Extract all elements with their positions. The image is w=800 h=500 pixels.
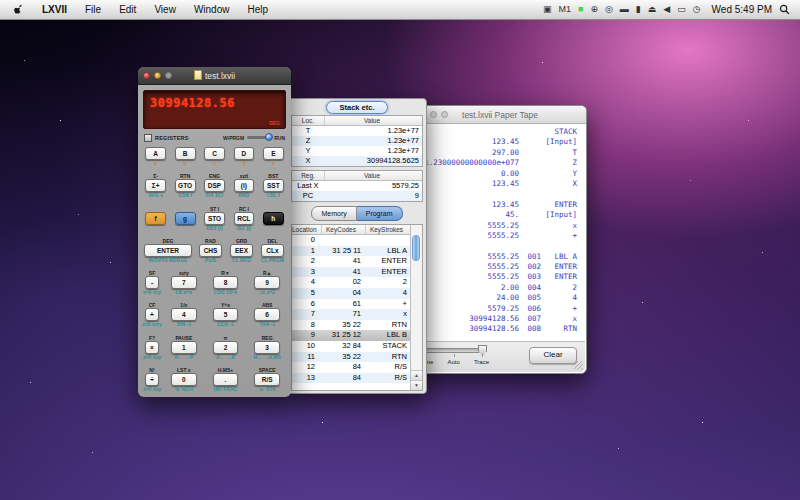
- calc-key-key[interactable]: -: [145, 276, 159, 289]
- calc-key-f[interactable]: f: [145, 212, 166, 225]
- calc-key-rcl[interactable]: RCL: [234, 212, 255, 225]
- memory-program-tabs: MemoryProgram: [288, 206, 426, 221]
- key-cell: Bb: [171, 141, 198, 166]
- table-row[interactable]: 835 22RTN: [292, 320, 411, 331]
- calc-key-4[interactable]: 4: [171, 308, 196, 321]
- table-row[interactable]: 131 25 11LBL A: [292, 246, 411, 257]
- menu-file[interactable]: File: [76, 0, 110, 19]
- calc-key-dsp[interactable]: DSP: [204, 179, 225, 192]
- keyboard-icon[interactable]: ▬: [620, 0, 629, 19]
- table-row[interactable]: 341ENTER: [292, 267, 411, 278]
- scrollbar[interactable]: ▲ ▼: [410, 225, 422, 390]
- calc-key-clx[interactable]: CLx: [261, 244, 283, 257]
- scroll-down-arrow[interactable]: ▼: [411, 380, 422, 390]
- table-row[interactable]: 0: [292, 235, 411, 246]
- menu-window[interactable]: Window: [185, 0, 239, 19]
- table-row[interactable]: 931 25 12LBL B: [292, 330, 411, 341]
- sync-icon[interactable]: ◎: [605, 0, 613, 19]
- slider-thumb[interactable]: [478, 345, 487, 355]
- time-machine-icon[interactable]: ◷: [693, 0, 701, 19]
- fan-control-icon[interactable]: ⊕: [590, 0, 598, 19]
- calc-key-key[interactable]: ×: [145, 341, 159, 354]
- calc-key-key[interactable]: Σ+: [145, 179, 166, 192]
- trace-slider[interactable]: NoneAutoTrace: [423, 348, 485, 365]
- close-button[interactable]: [143, 72, 150, 79]
- status-icons: ▣M1■⊕◎▬▮⏏◀▭◷: [543, 0, 705, 19]
- calc-key-b[interactable]: B: [175, 147, 196, 160]
- display-icon[interactable]: ▭: [677, 0, 686, 19]
- menu-help[interactable]: Help: [238, 0, 277, 19]
- calc-key-2[interactable]: 2: [213, 341, 238, 354]
- table-row[interactable]: 1284R/S: [292, 362, 411, 373]
- tape-step: 004: [519, 283, 541, 293]
- calc-key-e[interactable]: E: [263, 147, 284, 160]
- menu-clock[interactable]: Wed 5:49 PM: [712, 4, 772, 15]
- calc-key-chs[interactable]: CHS: [199, 244, 221, 257]
- calc-key-key[interactable]: .: [213, 373, 238, 386]
- calc-key-c[interactable]: C: [204, 147, 225, 160]
- minimize-button[interactable]: [430, 111, 437, 118]
- table-row[interactable]: 4022: [292, 277, 411, 288]
- calculator-titlebar[interactable]: test.lxvii: [138, 67, 291, 85]
- zoom-button[interactable]: [441, 111, 448, 118]
- calc-key-8[interactable]: 8: [213, 276, 238, 289]
- calc-key-gto[interactable]: GTO: [175, 179, 196, 192]
- calc-key-key[interactable]: +: [145, 308, 159, 321]
- calc-key-d[interactable]: D: [234, 147, 255, 160]
- slider-track[interactable]: [423, 348, 485, 353]
- apple-menu[interactable]: [6, 3, 33, 16]
- table-row[interactable]: 5044: [292, 288, 411, 299]
- calc-key-0[interactable]: 0: [171, 373, 196, 386]
- table-row[interactable]: 661+: [292, 299, 411, 310]
- spaces-icon[interactable]: ▣: [543, 0, 552, 19]
- switch-knob[interactable]: [265, 133, 273, 141]
- tab-program[interactable]: Program: [357, 206, 403, 221]
- key-cell: CF+x≠0 x⇄y: [142, 302, 162, 327]
- scroll-up-arrow[interactable]: ▲: [411, 370, 422, 380]
- paper-tape-titlebar[interactable]: test.lxvii Paper Tape: [414, 106, 586, 124]
- spotlight-icon[interactable]: [779, 4, 790, 15]
- menu-lxvii[interactable]: LXVII: [33, 0, 76, 19]
- table-row[interactable]: 241ENTER: [292, 256, 411, 267]
- eject-icon[interactable]: ⏏: [648, 0, 657, 19]
- menu-edit[interactable]: Edit: [110, 0, 145, 19]
- screen-share-icon[interactable]: ■: [578, 0, 583, 19]
- battery-icon[interactable]: ▮: [636, 0, 641, 19]
- clear-button[interactable]: Clear: [529, 347, 577, 364]
- calc-key-key[interactable]: ÷: [145, 373, 159, 386]
- key-shift-label-below: D← →R: [216, 354, 235, 360]
- calc-key-sto[interactable]: STO: [204, 212, 225, 225]
- table-cell: 84: [322, 373, 366, 384]
- ink-icon[interactable]: M1: [558, 0, 571, 19]
- calc-key-g[interactable]: g: [175, 212, 196, 225]
- calc-key-7[interactable]: 7: [171, 276, 196, 289]
- calc-key-5[interactable]: 5: [213, 308, 238, 321]
- calc-key-3[interactable]: 3: [254, 341, 279, 354]
- calc-key-9[interactable]: 9: [254, 276, 279, 289]
- calc-key-a[interactable]: A: [145, 147, 166, 160]
- run-mode-switch[interactable]: W/PRGM RUN: [223, 135, 285, 141]
- key-shift-label-below: c: [213, 160, 216, 166]
- calc-key-1[interactable]: 1: [171, 341, 196, 354]
- menu-view[interactable]: View: [145, 0, 185, 19]
- table-row[interactable]: 771x: [292, 309, 411, 320]
- volume-icon[interactable]: ◀: [663, 0, 670, 19]
- tab-memory[interactable]: Memory: [311, 206, 356, 221]
- table-row[interactable]: 1384R/S: [292, 373, 411, 384]
- stack-etc-button[interactable]: Stack etc.: [326, 101, 387, 114]
- switch-track[interactable]: [247, 136, 271, 139]
- calc-key-enter[interactable]: ENTER: [144, 244, 192, 257]
- calc-key-h[interactable]: h: [263, 212, 284, 225]
- zoom-button[interactable]: [165, 72, 172, 79]
- calc-key-sst[interactable]: SST: [263, 179, 284, 192]
- scrollbar-thumb[interactable]: [412, 235, 420, 261]
- table-row[interactable]: 1032 84STACK: [292, 341, 411, 352]
- table-row[interactable]: 1135 22RTN: [292, 352, 411, 363]
- minimize-button[interactable]: [154, 72, 161, 79]
- resize-grip[interactable]: [574, 361, 583, 370]
- calc-key-i[interactable]: (i): [234, 179, 255, 192]
- calc-key-6[interactable]: 6: [254, 308, 279, 321]
- calc-key-r-s[interactable]: R/S: [254, 373, 279, 386]
- calc-key-eex[interactable]: EEX: [230, 244, 252, 257]
- table-cell: 11: [292, 352, 322, 363]
